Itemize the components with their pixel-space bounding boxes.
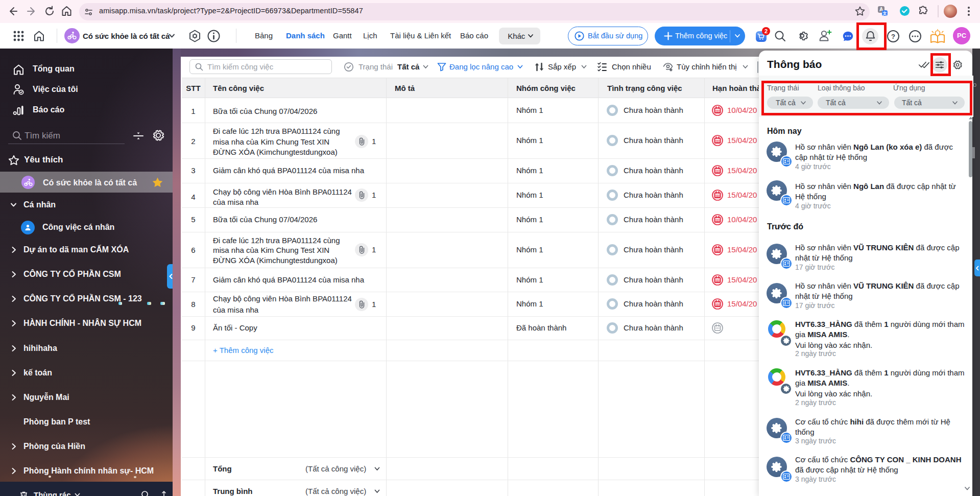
svg-text:文: 文 (882, 11, 887, 16)
svg-text:?: ? (891, 33, 895, 40)
